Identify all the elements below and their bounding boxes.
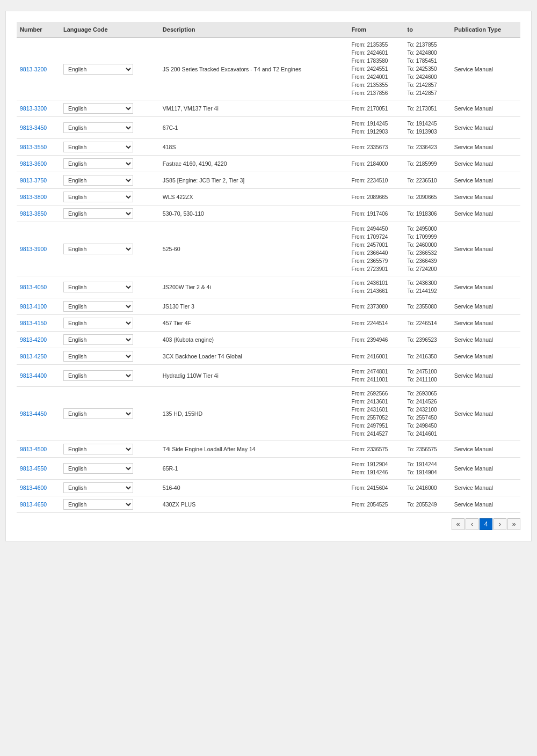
row-language[interactable]: EnglishFrenchGermanSpanishItalian <box>60 441 159 458</box>
row-number[interactable]: 9813-3450 <box>17 117 60 139</box>
row-language[interactable]: EnglishFrenchGermanSpanishItalian <box>60 38 159 100</box>
language-select[interactable]: EnglishFrenchGermanSpanishItalian <box>63 244 133 254</box>
row-language[interactable]: EnglishFrenchGermanSpanishItalian <box>60 117 159 139</box>
row-number[interactable]: 9813-4200 <box>17 332 60 348</box>
row-number[interactable]: 9813-4400 <box>17 365 60 387</box>
row-number[interactable]: 9813-4050 <box>17 276 60 298</box>
row-number[interactable]: 9813-4450 <box>17 387 60 441</box>
row-number[interactable]: 9813-3300 <box>17 100 60 117</box>
language-select[interactable]: EnglishFrenchGermanSpanishItalian <box>63 444 133 454</box>
language-select[interactable]: EnglishFrenchGermanSpanishItalian <box>63 192 133 202</box>
pagination: « ‹ 4 › » <box>17 518 520 530</box>
language-select[interactable]: EnglishFrenchGermanSpanishItalian <box>63 142 133 152</box>
row-number[interactable]: 9813-4150 <box>17 315 60 332</box>
row-language[interactable]: EnglishFrenchGermanSpanishItalian <box>60 348 159 365</box>
row-to: To: 2246514 <box>404 315 451 332</box>
table-row: 9813-4150EnglishFrenchGermanSpanishItali… <box>17 315 520 332</box>
row-to: To: 2356575 <box>404 441 451 458</box>
row-number[interactable]: 9813-3550 <box>17 139 60 156</box>
table-row: 9813-3550EnglishFrenchGermanSpanishItali… <box>17 139 520 156</box>
row-to: To: 1918306 <box>404 205 451 222</box>
next-page-button[interactable]: › <box>494 518 506 530</box>
row-language[interactable]: EnglishFrenchGermanSpanishItalian <box>60 332 159 348</box>
table-row: 9813-4250EnglishFrenchGermanSpanishItali… <box>17 348 520 365</box>
row-from: From: 2054525 <box>349 496 404 513</box>
row-language[interactable]: EnglishFrenchGermanSpanishItalian <box>60 496 159 513</box>
language-select[interactable]: EnglishFrenchGermanSpanishItalian <box>63 499 133 510</box>
language-select[interactable]: EnglishFrenchGermanSpanishItalian <box>63 318 133 328</box>
language-select[interactable]: EnglishFrenchGermanSpanishItalian <box>63 482 133 493</box>
row-number[interactable]: 9813-4550 <box>17 458 60 480</box>
row-from: From: 2234510 <box>349 172 404 189</box>
table-row: 9813-4050EnglishFrenchGermanSpanishItali… <box>17 276 520 298</box>
last-page-button[interactable]: » <box>507 518 520 530</box>
row-language[interactable]: EnglishFrenchGermanSpanishItalian <box>60 387 159 441</box>
row-number[interactable]: 9813-4250 <box>17 348 60 365</box>
row-language[interactable]: EnglishFrenchGermanSpanishItalian <box>60 156 159 172</box>
row-number[interactable]: 9813-4500 <box>17 441 60 458</box>
row-language[interactable]: EnglishFrenchGermanSpanishItalian <box>60 315 159 332</box>
row-language[interactable]: EnglishFrenchGermanSpanishItalian <box>60 100 159 117</box>
col-from: From <box>349 22 404 38</box>
current-page-button[interactable]: 4 <box>480 518 492 530</box>
row-number[interactable]: 9813-4100 <box>17 298 60 315</box>
table-row: 9813-4200EnglishFrenchGermanSpanishItali… <box>17 332 520 348</box>
page-container: Number Language Code Description From to… <box>5 11 532 541</box>
table-row: 9813-4650EnglishFrenchGermanSpanishItali… <box>17 496 520 513</box>
language-select[interactable]: EnglishFrenchGermanSpanishItalian <box>63 175 133 186</box>
row-pub-type: Service Manual <box>451 38 520 100</box>
row-description: 457 Tier 4F <box>159 315 349 332</box>
row-language[interactable]: EnglishFrenchGermanSpanishItalian <box>60 222 159 276</box>
row-language[interactable]: EnglishFrenchGermanSpanishItalian <box>60 205 159 222</box>
row-pub-type: Service Manual <box>451 458 520 480</box>
language-select[interactable]: EnglishFrenchGermanSpanishItalian <box>63 282 133 292</box>
row-from: From: 2436101 From: 2143661 <box>349 276 404 298</box>
row-number[interactable]: 9813-3600 <box>17 156 60 172</box>
row-to: To: 2185999 <box>404 156 451 172</box>
row-language[interactable]: EnglishFrenchGermanSpanishItalian <box>60 458 159 480</box>
row-to: To: 2173051 <box>404 100 451 117</box>
row-number[interactable]: 9813-3850 <box>17 205 60 222</box>
row-number[interactable]: 9813-3200 <box>17 38 60 100</box>
language-select[interactable]: EnglishFrenchGermanSpanishItalian <box>63 103 133 114</box>
first-page-button[interactable]: « <box>452 518 465 530</box>
row-language[interactable]: EnglishFrenchGermanSpanishItalian <box>60 172 159 189</box>
table-row: 9813-3900EnglishFrenchGermanSpanishItali… <box>17 222 520 276</box>
prev-page-button[interactable]: ‹ <box>466 518 478 530</box>
row-language[interactable]: EnglishFrenchGermanSpanishItalian <box>60 276 159 298</box>
row-from: From: 1912904 From: 1914246 <box>349 458 404 480</box>
table-row: 9813-3600EnglishFrenchGermanSpanishItali… <box>17 156 520 172</box>
row-language[interactable]: EnglishFrenchGermanSpanishItalian <box>60 139 159 156</box>
language-select[interactable]: EnglishFrenchGermanSpanishItalian <box>63 463 133 474</box>
language-select[interactable]: EnglishFrenchGermanSpanishItalian <box>63 208 133 219</box>
row-number[interactable]: 9813-3750 <box>17 172 60 189</box>
row-number[interactable]: 9813-3900 <box>17 222 60 276</box>
row-number[interactable]: 9813-4600 <box>17 480 60 496</box>
row-pub-type: Service Manual <box>451 332 520 348</box>
col-number: Number <box>17 22 60 38</box>
row-description: Fastrac 4160, 4190, 4220 <box>159 156 349 172</box>
language-select[interactable]: EnglishFrenchGermanSpanishItalian <box>63 158 133 169</box>
row-description: 403 (Kubota engine) <box>159 332 349 348</box>
row-description: 525-60 <box>159 222 349 276</box>
row-language[interactable]: EnglishFrenchGermanSpanishItalian <box>60 298 159 315</box>
language-select[interactable]: EnglishFrenchGermanSpanishItalian <box>63 334 133 345</box>
row-from: From: 2494450 From: 1709724 From: 245700… <box>349 222 404 276</box>
row-language[interactable]: EnglishFrenchGermanSpanishItalian <box>60 480 159 496</box>
row-pub-type: Service Manual <box>451 117 520 139</box>
row-number[interactable]: 9813-3800 <box>17 189 60 205</box>
row-language[interactable]: EnglishFrenchGermanSpanishItalian <box>60 365 159 387</box>
row-from: From: 2373080 <box>349 298 404 315</box>
language-select[interactable]: EnglishFrenchGermanSpanishItalian <box>63 301 133 312</box>
language-select[interactable]: EnglishFrenchGermanSpanishItalian <box>63 64 133 75</box>
language-select[interactable]: EnglishFrenchGermanSpanishItalian <box>63 408 133 419</box>
row-language[interactable]: EnglishFrenchGermanSpanishItalian <box>60 189 159 205</box>
col-language: Language Code <box>60 22 159 38</box>
language-select[interactable]: EnglishFrenchGermanSpanishItalian <box>63 370 133 381</box>
row-description: 530-70, 530-110 <box>159 205 349 222</box>
row-description: VM117, VM137 Tier 4i <box>159 100 349 117</box>
language-select[interactable]: EnglishFrenchGermanSpanishItalian <box>63 122 133 133</box>
row-from: From: 2415604 <box>349 480 404 496</box>
language-select[interactable]: EnglishFrenchGermanSpanishItalian <box>63 351 133 362</box>
row-number[interactable]: 9813-4650 <box>17 496 60 513</box>
